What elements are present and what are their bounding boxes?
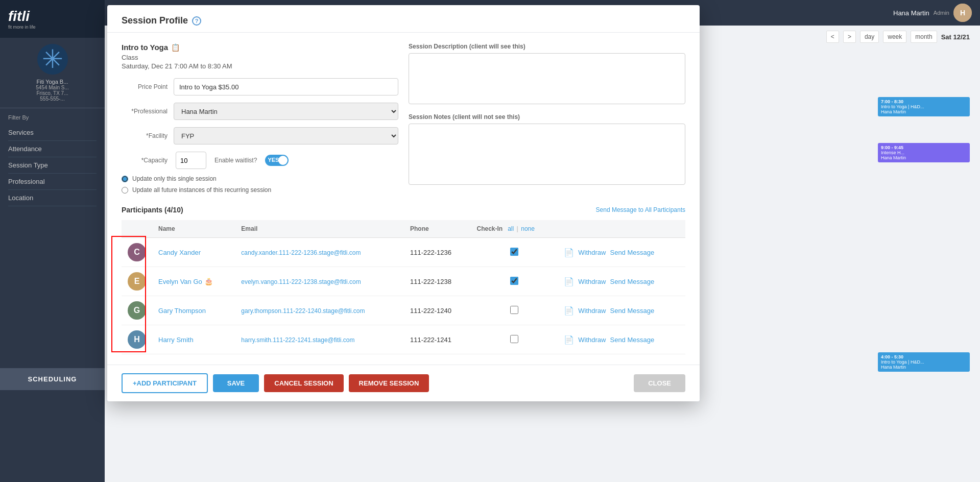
- participant-email-link[interactable]: harry.smith.111-222-1241.stage@fitli.com: [241, 336, 354, 344]
- document-icon[interactable]: 📄: [564, 335, 574, 345]
- col-avatar: [122, 220, 152, 238]
- notes-label: Session Notes (client will not see this): [409, 113, 685, 120]
- withdraw-link[interactable]: Withdraw: [578, 278, 606, 285]
- radio-single-label: Update only this single session: [132, 175, 217, 182]
- business-phone: 555-555-...: [8, 96, 97, 102]
- document-icon[interactable]: 📄: [564, 306, 574, 316]
- participant-name-link[interactable]: Gary Thompson: [158, 307, 206, 315]
- price-point-input[interactable]: [174, 78, 398, 95]
- participant-actions-cell: 📄 Withdraw Send Message: [558, 296, 685, 325]
- participant-avatar-cell: H: [122, 325, 152, 354]
- session-type: Class: [122, 54, 398, 61]
- radio-group: Update only this single session Update a…: [122, 175, 398, 194]
- app-tagline: fit more in life: [8, 25, 97, 30]
- cal-event-2[interactable]: 9:00 - 9:45 Intense H... Hana Martin: [878, 143, 970, 162]
- capacity-input[interactable]: [176, 152, 206, 169]
- participant-checkin-checkbox[interactable]: [510, 335, 518, 343]
- document-icon[interactable]: 📄: [564, 248, 574, 257]
- participant-email-cell: gary.thompson.111-222-1240.stage@fitli.c…: [235, 296, 404, 325]
- participant-actions-cell: 📄 Withdraw Send Message: [558, 325, 685, 354]
- sidebar-item-services[interactable]: Services: [8, 125, 97, 141]
- sidebar-item-professional[interactable]: Professional: [8, 174, 97, 190]
- session-title-row: Intro to Yoga 📋: [122, 43, 398, 52]
- cal-event-1[interactable]: 7:00 - 8:30 Intro to Yoga | H&D... Hana …: [878, 97, 970, 116]
- participant-checkin-cell: [470, 296, 558, 325]
- checkin-none-link[interactable]: none: [521, 225, 535, 232]
- withdraw-link[interactable]: Withdraw: [578, 336, 606, 344]
- help-icon[interactable]: ?: [192, 16, 201, 26]
- close-button[interactable]: CLOSE: [634, 374, 685, 392]
- sidebar-item-location[interactable]: Location: [8, 190, 97, 206]
- toggle-yes-label: YES: [268, 157, 279, 163]
- participant-phone-cell: 111-222-1240: [404, 296, 470, 325]
- cal-week-button[interactable]: week: [883, 31, 906, 43]
- table-row: GGary Thompsongary.thompson.111-222-1240…: [122, 296, 685, 325]
- checkin-all-link[interactable]: all: [508, 225, 514, 232]
- participant-name-cell: Gary Thompson: [152, 296, 235, 325]
- send-message-link[interactable]: Send Message: [610, 278, 654, 285]
- form-left: Intro to Yoga 📋 Class Saturday, Dec 21 7…: [122, 43, 398, 198]
- sidebar-item-attendance[interactable]: Attendance: [8, 141, 97, 157]
- remove-session-button[interactable]: REMOVE SESSION: [349, 374, 429, 392]
- participant-email-link[interactable]: gary.thompson.111-222-1240.stage@fitli.c…: [241, 307, 365, 315]
- app-name: fitli: [8, 8, 97, 25]
- send-message-link[interactable]: Send Message: [610, 307, 654, 315]
- radio-all-input[interactable]: [122, 187, 128, 194]
- session-profile-modal: Session Profile ? Intro to Yoga 📋 Class …: [107, 5, 700, 401]
- participant-avatar-cell: G: [122, 296, 152, 325]
- participants-table: Name Email Phone Check-In all | none: [122, 220, 685, 354]
- table-row: CCandy Xandercandy.xander.111-222-1236.s…: [122, 238, 685, 267]
- save-button[interactable]: SAVE: [213, 374, 259, 392]
- business-name: Fiti Yoga B...: [8, 79, 97, 85]
- cal-next-button[interactable]: >: [843, 31, 856, 43]
- form-right: Session Description (client will see thi…: [409, 43, 685, 198]
- participant-email-link[interactable]: candy.xander.111-222-1236.stage@fitli.co…: [241, 249, 361, 256]
- modal-header: Session Profile ?: [107, 5, 700, 33]
- facility-label: *Facility: [122, 132, 168, 139]
- table-header-row: Name Email Phone Check-In all | none: [122, 220, 685, 238]
- copy-icon[interactable]: 📋: [171, 43, 180, 52]
- send-message-link[interactable]: Send Message: [610, 249, 654, 256]
- user-name: Hana Martin: [893, 9, 929, 17]
- professional-group: *Professional Hana Martin: [122, 103, 398, 120]
- participant-checkin-checkbox[interactable]: [510, 248, 518, 256]
- facility-select[interactable]: FYP: [174, 127, 398, 144]
- description-label: Session Description (client will see thi…: [409, 43, 685, 50]
- table-header: Name Email Phone Check-In all | none: [122, 220, 685, 238]
- document-icon[interactable]: 📄: [564, 277, 574, 286]
- sidebar-item-session-type[interactable]: Session Type: [8, 157, 97, 174]
- participant-checkin-checkbox[interactable]: [510, 277, 518, 285]
- participant-email-link[interactable]: evelyn.vango.111-222-1238.stage@fitli.co…: [241, 278, 361, 285]
- participant-checkin-checkbox[interactable]: [510, 306, 518, 314]
- description-textarea[interactable]: [409, 53, 685, 104]
- add-participant-button[interactable]: +ADD PARTICIPANT: [122, 373, 208, 393]
- cal-event-3[interactable]: 4:00 - 5:30 Intro to Yoga | H&D... Hana …: [878, 352, 970, 372]
- cal-prev-button[interactable]: <: [826, 31, 839, 43]
- cal-day-button[interactable]: day: [860, 31, 879, 43]
- radio-all-label: Update all future instances of this recu…: [132, 186, 271, 194]
- participant-email-cell: candy.xander.111-222-1236.stage@fitli.co…: [235, 238, 404, 267]
- snowflake-icon: ✳: [42, 44, 63, 74]
- send-message-link[interactable]: Send Message: [610, 336, 654, 344]
- send-message-all-link[interactable]: Send Message to All Participants: [596, 206, 685, 213]
- cal-month-button[interactable]: month: [911, 31, 937, 43]
- participant-name-link[interactable]: Candy Xander: [158, 249, 201, 256]
- participant-name-link[interactable]: Harry Smith: [158, 336, 194, 344]
- withdraw-link[interactable]: Withdraw: [578, 307, 606, 315]
- col-actions: [558, 220, 685, 238]
- table-row: HHarry Smithharry.smith.111-222-1241.sta…: [122, 325, 685, 354]
- birthday-icon: 🎂: [202, 277, 213, 285]
- waitlist-toggle[interactable]: YES: [265, 155, 289, 166]
- participant-name-link[interactable]: Evelyn Van Go: [158, 278, 202, 285]
- radio-single-input[interactable]: [122, 176, 128, 182]
- avatar[interactable]: H: [953, 4, 972, 22]
- user-role: Admin: [934, 10, 949, 16]
- notes-textarea[interactable]: [409, 124, 685, 185]
- cancel-session-button[interactable]: CANCEL SESSION: [264, 374, 343, 392]
- sidebar-filters: Filter By Services Attendance Session Ty…: [0, 108, 105, 212]
- scheduling-button[interactable]: SCHEDULING: [0, 368, 105, 390]
- professional-select[interactable]: Hana Martin: [174, 103, 398, 120]
- participant-checkin-cell: [470, 325, 558, 354]
- business-logo: ✳: [37, 44, 68, 75]
- withdraw-link[interactable]: Withdraw: [578, 249, 606, 256]
